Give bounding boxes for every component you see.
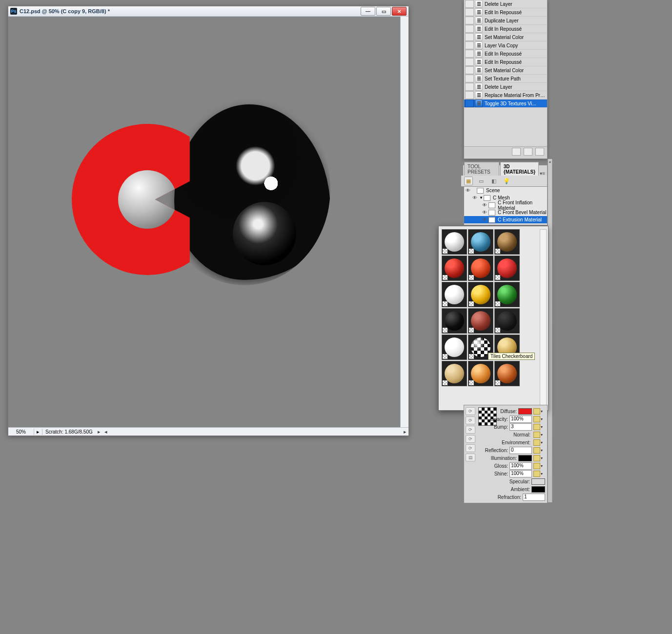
prop-label: Ambient: bbox=[511, 487, 530, 492]
texture-folder-icon[interactable] bbox=[533, 439, 540, 446]
scroll-left-arrow[interactable]: ◂ bbox=[102, 429, 109, 435]
texture-folder-icon[interactable] bbox=[533, 416, 540, 422]
texture-folder-icon[interactable] bbox=[533, 424, 540, 430]
refraction-input[interactable]: 1 bbox=[523, 494, 545, 501]
texture-folder-icon[interactable] bbox=[533, 408, 540, 415]
material-thumb[interactable] bbox=[442, 229, 467, 255]
material-tooltip: Tiles Checkerboard bbox=[488, 353, 535, 360]
history-item[interactable]: Layer Via Copy bbox=[464, 41, 547, 50]
material-thumb[interactable] bbox=[442, 335, 467, 360]
prop-label: Normal: bbox=[513, 432, 530, 437]
prop-label: Gloss: bbox=[494, 463, 508, 469]
material-thumb[interactable] bbox=[442, 361, 467, 386]
texture-folder-icon[interactable] bbox=[533, 471, 540, 477]
status-bar: 50% ▸ Scratch: 1.68G/8.50G ▸ ◂ ▸ bbox=[8, 427, 408, 436]
filter-light-icon[interactable]: 💡 bbox=[502, 177, 511, 185]
material-picker-popup: ▶ bbox=[438, 226, 549, 411]
scene-root[interactable]: 👁Scene bbox=[464, 187, 547, 194]
texture-folder-icon[interactable] bbox=[533, 463, 540, 469]
app-icon: Ps bbox=[10, 8, 17, 15]
close-button[interactable]: ✕ bbox=[392, 7, 407, 16]
history-item[interactable]: Set Material Color bbox=[464, 66, 547, 75]
history-item[interactable]: Edit In Repoussé bbox=[464, 50, 547, 58]
material-thumb[interactable] bbox=[494, 282, 520, 307]
filter-mode-row: ▦ ▭ ◧ 💡 bbox=[461, 176, 548, 187]
history-item[interactable]: Edit In Repoussé bbox=[464, 8, 547, 17]
diffuse-swatch[interactable] bbox=[518, 408, 532, 415]
canvas-area[interactable]: 50% ▸ Scratch: 1.68G/8.50G ▸ ◂ ▸ bbox=[8, 17, 408, 436]
material-thumb[interactable] bbox=[494, 361, 520, 386]
document-titlebar[interactable]: Ps C12.psd @ 50% (C copy 9, RGB/8) * — ▭… bbox=[8, 6, 408, 17]
illumination-swatch[interactable] bbox=[518, 455, 532, 461]
prop-label: Environment: bbox=[502, 440, 530, 445]
material-thumb[interactable] bbox=[494, 229, 520, 255]
document-window: Ps C12.psd @ 50% (C copy 9, RGB/8) * — ▭… bbox=[8, 6, 409, 436]
texture-folder-icon[interactable] bbox=[533, 455, 540, 461]
texture-folder-icon[interactable] bbox=[533, 447, 540, 454]
camera-icon[interactable] bbox=[512, 148, 521, 156]
history-item[interactable]: Edit In Repoussé bbox=[464, 25, 547, 33]
scene-material[interactable]: 👁C Front Inflation Material bbox=[464, 201, 547, 209]
artwork bbox=[13, 26, 396, 421]
material-thumb[interactable] bbox=[494, 256, 520, 281]
strip-collapse-icon[interactable]: « bbox=[548, 160, 552, 164]
prop-label: Bump: bbox=[494, 424, 508, 430]
material-thumb[interactable] bbox=[442, 256, 467, 281]
scratch-info: Scratch: 1.68G/8.50G bbox=[42, 429, 96, 435]
material-grid bbox=[442, 229, 545, 385]
trash-icon[interactable] bbox=[535, 148, 544, 156]
scene-material-selected[interactable]: 👁C Extrusion Material bbox=[464, 216, 547, 223]
tab-3d-materials[interactable]: 3D {MATERIALS} bbox=[500, 162, 539, 176]
specular-swatch[interactable] bbox=[531, 478, 545, 485]
material-thumb[interactable] bbox=[468, 256, 493, 281]
shine-input[interactable]: 100% bbox=[509, 470, 532, 477]
info-icon[interactable]: ▸ bbox=[34, 429, 42, 435]
filter-mesh-icon[interactable]: ▭ bbox=[477, 177, 486, 185]
history-item[interactable]: Delete Layer bbox=[464, 83, 547, 91]
material-thumb[interactable] bbox=[468, 282, 493, 307]
reflection-input[interactable]: 0 bbox=[509, 447, 532, 454]
document-title: C12.psd @ 50% (C copy 9, RGB/8) * bbox=[20, 8, 110, 14]
history-item[interactable]: Duplicate Layer bbox=[464, 17, 547, 25]
filter-material-icon[interactable]: ◧ bbox=[489, 177, 498, 185]
maximize-button[interactable]: ▭ bbox=[376, 7, 391, 16]
prop-label: Illumination: bbox=[491, 456, 517, 461]
material-thumb[interactable] bbox=[468, 229, 493, 255]
material-thumb[interactable] bbox=[494, 308, 520, 334]
scene-tree[interactable]: 👁Scene 👁▼C Mesh 👁C Front Inflation Mater… bbox=[464, 186, 548, 225]
texture-folder-icon[interactable] bbox=[533, 432, 540, 438]
vertical-scrollbar[interactable] bbox=[400, 17, 408, 428]
history-item[interactable]: Replace Material From Preset bbox=[464, 91, 547, 99]
scroll-right-arrow[interactable]: ▸ bbox=[402, 429, 408, 435]
material-thumb[interactable] bbox=[442, 282, 467, 307]
history-panel: Delete Layer Edit In Repoussé Duplicate … bbox=[464, 0, 548, 159]
material-thumb[interactable] bbox=[442, 308, 467, 334]
material-properties: ⟳ ⟳ ⟳ ⟳ ⟳ ▤ Diffuse:▾ Opacity:100%▾ Bump… bbox=[464, 405, 548, 503]
filter-scene-icon[interactable]: ▦ bbox=[464, 177, 473, 185]
history-item[interactable]: Set Material Color bbox=[464, 33, 547, 41]
history-item[interactable]: Set Texture Path bbox=[464, 75, 547, 83]
panel-tabs: TOOL PRESETS 3D {MATERIALS} ▾≡ bbox=[463, 165, 548, 176]
new-state-icon[interactable] bbox=[524, 148, 532, 156]
prop-label: Diffuse: bbox=[500, 409, 517, 414]
scene-material[interactable]: 👁C Front Bevel Material bbox=[464, 209, 547, 216]
history-item-selected[interactable]: Toggle 3D Textures Vi... bbox=[464, 99, 547, 108]
zoom-field[interactable]: 50% bbox=[8, 429, 34, 435]
gloss-input[interactable]: 100% bbox=[509, 462, 532, 470]
ambient-swatch[interactable] bbox=[531, 486, 545, 493]
minimize-button[interactable]: — bbox=[361, 7, 375, 16]
prop-label: Specular: bbox=[509, 479, 530, 484]
history-list[interactable]: Delete Layer Edit In Repoussé Duplicate … bbox=[464, 0, 547, 146]
history-footer bbox=[464, 146, 547, 158]
prop-label: Refraction: bbox=[498, 495, 521, 500]
opacity-input[interactable]: 100% bbox=[509, 416, 532, 423]
material-thumb[interactable] bbox=[468, 308, 493, 334]
history-item[interactable]: Edit In Repoussé bbox=[464, 58, 547, 66]
bump-input[interactable]: 3 bbox=[509, 423, 532, 431]
prop-label: Opacity: bbox=[490, 416, 508, 422]
history-item[interactable]: Delete Layer bbox=[464, 0, 547, 8]
picker-scrollbar[interactable] bbox=[540, 229, 547, 407]
tab-tool-presets[interactable]: TOOL PRESETS bbox=[464, 162, 499, 176]
material-thumb[interactable] bbox=[468, 361, 493, 386]
scroll-menu-arrow[interactable]: ▸ bbox=[96, 429, 102, 435]
